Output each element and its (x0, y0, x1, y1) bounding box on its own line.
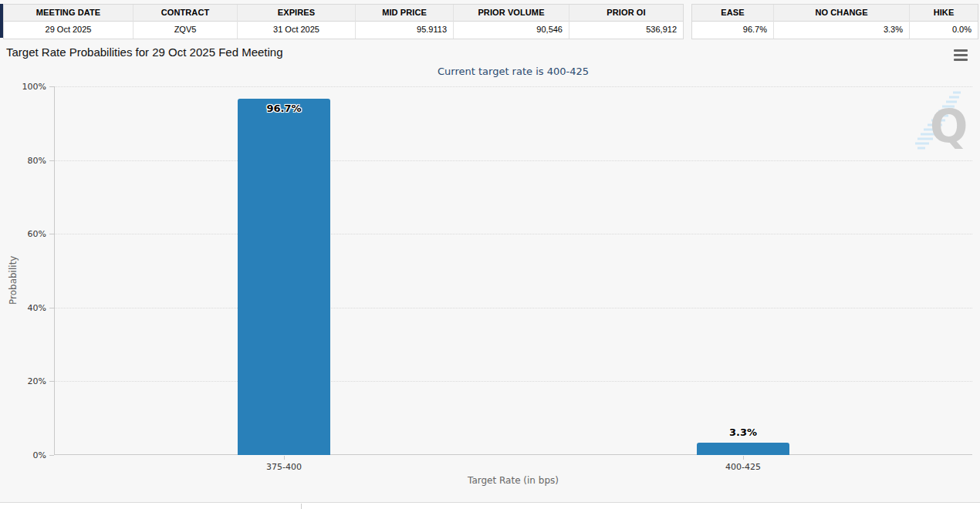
contract-table-value-cell: 95.9113 (356, 22, 454, 39)
y-axis-tick-label: 0% (6, 450, 46, 460)
contract-table-header-cell: MEETING DATE (4, 5, 133, 22)
y-gridline (55, 86, 972, 87)
hamburger-bar (954, 54, 968, 56)
summary-table-value-cell: 3.3% (774, 22, 910, 39)
contract-table-value-cell: 29 Oct 2025 (4, 22, 133, 39)
next-section-column-divider (301, 504, 302, 509)
summary-table-header-cell: EASE (692, 5, 774, 22)
y-axis-title: Probability (8, 256, 19, 305)
next-section-edge (0, 502, 980, 509)
contract-table-header-cell: MID PRICE (356, 5, 454, 22)
chart-context-menu-icon[interactable] (952, 48, 969, 63)
summary-table-value-cell: 96.7% (692, 22, 774, 39)
chart-subtitle: Current target rate is 400-425 (54, 66, 972, 77)
y-gridline (55, 234, 972, 234)
x-axis-tick (743, 456, 744, 460)
bar-chart-plot-area (54, 86, 972, 455)
y-gridline (55, 160, 972, 161)
probability-summary-table: EASENO CHANGEHIKE 96.7%3.3%0.0% (691, 4, 978, 39)
x-axis-title: Target Rate (in bps) (54, 475, 972, 486)
y-axis-tick-label: 40% (6, 303, 46, 313)
y-axis-tick (49, 160, 54, 161)
y-gridline (55, 308, 972, 308)
y-axis-tick-label: 100% (6, 82, 46, 92)
probability-bar[interactable] (697, 443, 789, 455)
x-axis-tick (284, 456, 285, 460)
contract-table-header-row: MEETING DATECONTRACTEXPIRESMID PRICEPRIO… (4, 5, 683, 22)
y-axis-tick (49, 455, 54, 456)
y-axis-tick (49, 234, 54, 234)
y-axis-tick (49, 308, 54, 308)
y-axis-tick-label: 20% (6, 376, 46, 386)
summary-table-value-cell: 0.0% (910, 22, 978, 39)
x-axis-category-label: 375-400 (238, 462, 330, 472)
chart-title: Target Rate Probabilities for 29 Oct 202… (6, 46, 283, 59)
y-axis-tick (49, 86, 54, 87)
contract-table-header-cell: PRIOR OI (569, 5, 683, 22)
summary-table-header-cell: NO CHANGE (774, 5, 910, 22)
contract-table-value-cell: 536,912 (569, 22, 683, 39)
contract-table-value-cell: ZQV5 (133, 22, 238, 39)
hamburger-bar (954, 49, 968, 52)
y-axis-tick (49, 381, 54, 382)
contract-table-value-cell: 90,546 (454, 22, 569, 39)
contract-table-value-cell: 31 Oct 2025 (238, 22, 356, 39)
summary-table-header-cell: HIKE (910, 5, 978, 22)
y-gridline (55, 381, 972, 382)
y-axis-tick-label: 80% (6, 156, 46, 166)
contract-table-header-cell: PRIOR VOLUME (454, 5, 569, 22)
probability-bar[interactable] (238, 99, 330, 455)
summary-table-header-row: EASENO CHANGEHIKE (692, 5, 978, 22)
x-axis-category-label: 400-425 (697, 462, 789, 472)
contract-info-table: MEETING DATECONTRACTEXPIRESMID PRICEPRIO… (3, 4, 684, 39)
contract-table-header-cell: CONTRACT (133, 5, 238, 22)
contract-table-header-cell: EXPIRES (238, 5, 356, 22)
bar-value-label: 96.7% (238, 103, 330, 114)
hamburger-bar (954, 59, 968, 61)
fedwatch-page: MEETING DATECONTRACTEXPIRESMID PRICEPRIO… (0, 0, 980, 509)
summary-table-value-row: 96.7%3.3%0.0% (692, 22, 978, 39)
y-axis-tick-label: 60% (6, 229, 46, 239)
bar-value-label: 3.3% (697, 426, 789, 438)
contract-table-value-row: 29 Oct 2025ZQV531 Oct 202595.911390,5465… (4, 22, 683, 39)
